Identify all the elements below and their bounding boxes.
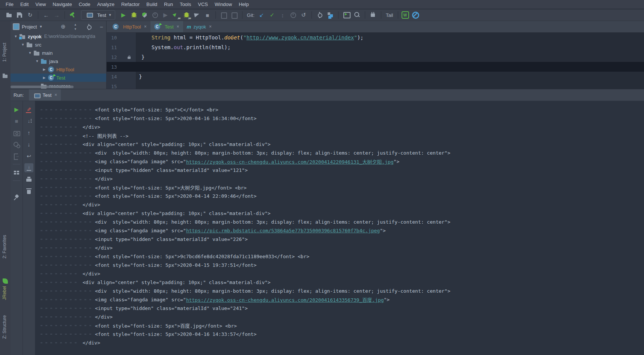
attach-icon[interactable]: ▶ [161,11,170,20]
tree-item-httptool[interactable]: ▶CHttpTool [11,65,106,74]
project-structure-icon[interactable] [326,11,335,20]
run-config-selector[interactable]: Test▼ [81,10,115,20]
tree-item-main[interactable]: ▼main [11,49,106,57]
settings-gear-icon[interactable] [84,23,93,31]
stripe-item-structure[interactable]: Z: Structure [2,315,7,339]
tree-item-label: Test [56,75,65,81]
close-icon[interactable]: × [177,24,179,29]
coverage-icon[interactable] [140,11,149,20]
menu-build[interactable]: Build [143,0,161,9]
menu-code[interactable]: Code [75,0,94,9]
close-icon[interactable]: × [144,24,147,29]
tree-item-src[interactable]: ▼src [11,41,106,49]
project-view-selector[interactable]: Project ▼ [13,23,42,30]
console-text: </div> [83,271,100,277]
tree-item-java[interactable]: ▼java [11,57,106,65]
profiler-icon[interactable] [150,11,159,20]
menu-help[interactable]: Help [235,0,252,9]
tree-item-label: src [35,42,41,48]
close-icon[interactable]: × [209,24,212,29]
stop-icon[interactable]: ■ [203,11,212,20]
save-icon[interactable] [15,11,24,20]
console-link[interactable]: https://zyqok.oss-cn-chengdu.aliyuncs.co… [186,296,384,303]
stripe-item-project[interactable]: 1: Project [2,43,7,62]
back-icon[interactable]: ← [42,11,51,20]
menu-edit[interactable]: Edit [17,0,32,9]
console-output[interactable]: <font style="font-size: 5px">C</font> <b… [35,101,644,355]
sync-icon[interactable]: ↻ [26,11,35,20]
menu-run[interactable]: Run [161,0,176,9]
update-copy-icon[interactable] [219,11,228,20]
menu-refactor[interactable]: Refactor [118,0,143,9]
tab-test[interactable]: C▶Test× [150,21,183,32]
jrebel-icon[interactable] [3,278,8,284]
project-hscrollbar[interactable] [11,86,74,88]
build-hammer-icon[interactable] [68,11,77,20]
wrench-icon[interactable] [315,11,324,20]
menu-file[interactable]: File [2,0,17,9]
code-hyperlink[interactable]: http://www.zyqok.cn/material/index [247,35,354,41]
send-icon[interactable] [193,11,202,20]
thread-dump-icon[interactable] [12,128,21,137]
git-rollback-icon[interactable]: ↺ [299,11,308,20]
menu-vcs[interactable]: VCS [194,0,211,9]
menu-view[interactable]: View [32,0,49,9]
console-link[interactable]: https://pic.rmb.bdstatic.com/53864a5e77b… [186,228,380,233]
open-icon[interactable] [5,11,14,20]
navigate-stack-icon[interactable] [24,117,33,126]
search-icon[interactable] [352,11,361,20]
run-icon[interactable]: ▶ [119,11,128,20]
rerun-icon[interactable]: ▶ [12,105,21,114]
tree-toggle-icon[interactable]: ▼ [35,59,39,63]
restore-layout-icon[interactable] [12,168,21,177]
menu-analyze[interactable]: Analyze [94,0,118,9]
git-history-icon[interactable] [289,11,298,20]
clear-all-icon[interactable] [24,187,33,196]
run-tab[interactable]: Test × [29,89,61,101]
soft-wrap-icon[interactable] [24,152,33,161]
menu-tools[interactable]: Tools [176,0,194,9]
down-arrow-icon[interactable]: ↓ [24,140,33,149]
git-merge-icon[interactable]: ↕ [278,11,287,20]
clear-marks-icon[interactable] [24,105,33,114]
run-window-icon[interactable] [342,11,351,20]
print-icon[interactable] [24,175,33,184]
collapse-all-icon[interactable] [72,23,80,31]
tree-toggle-icon[interactable]: ▶ [42,76,47,80]
build-settings-icon[interactable] [12,140,21,149]
jrebel-run-icon[interactable]: JR [172,11,181,20]
wakatime-icon[interactable]: W [402,11,409,19]
close-icon[interactable]: × [54,92,57,98]
up-arrow-icon[interactable]: ↑ [24,128,33,137]
hide-panel-icon[interactable]: − [97,23,105,31]
tree-item-test[interactable]: ▶C▶Test [11,74,106,82]
tree-toggle-icon[interactable]: ▼ [14,35,18,38]
menu-window[interactable]: Window [211,0,235,9]
git-update-icon[interactable]: ↙ [257,11,266,20]
tree-toggle-icon[interactable]: ▼ [28,51,32,55]
project-tool-window-icon[interactable] [2,74,8,79]
blocker-icon[interactable] [411,11,420,20]
tab-zyqok[interactable]: mzyqok× [183,21,216,32]
exit-icon[interactable] [12,152,21,161]
tree-item-zyqok[interactable]: ▼zyqokE:\work\taoxi\tianwang\tia [11,32,106,41]
tree-toggle-icon[interactable]: ▼ [21,43,25,47]
debug-icon[interactable] [129,11,138,20]
jrebel-debug-icon[interactable]: JR [182,11,191,20]
code-area[interactable]: 10 String html = HttpTool.doGet("http://… [107,33,644,89]
deploy-icon[interactable] [230,11,239,20]
stop-icon[interactable]: ■ [12,117,21,126]
console-link[interactable]: https://zyqok.oss-cn-chengdu.aliyuncs.co… [186,158,394,165]
scroll-to-end-icon[interactable] [24,163,33,172]
tail-label[interactable]: Tail [386,12,393,18]
tab-httptool[interactable]: CHttpTool× [109,21,150,32]
locate-icon[interactable]: ⊕ [59,23,67,31]
plugin-sync-icon[interactable] [369,11,378,20]
stripe-item-jrebel[interactable]: JRebel [2,286,7,300]
tree-toggle-icon[interactable]: ▶ [42,68,47,71]
pin-icon[interactable] [12,193,21,202]
menu-navigate[interactable]: Navigate [49,0,75,9]
git-commit-icon[interactable]: ✓ [268,11,277,20]
stripe-item-favorites[interactable]: 2: Favorites [2,235,7,259]
forward-icon[interactable]: → [52,11,61,20]
